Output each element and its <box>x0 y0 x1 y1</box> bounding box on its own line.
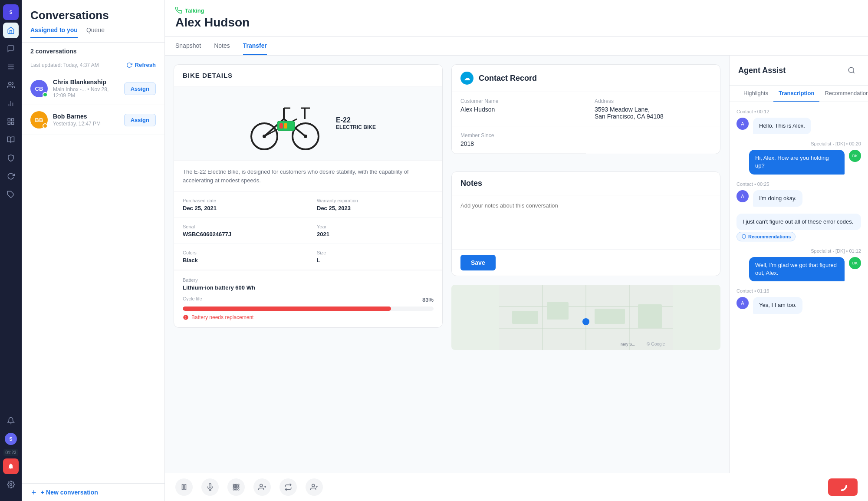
swap-button[interactable] <box>279 478 297 496</box>
nav-notification[interactable] <box>3 413 19 428</box>
pause-button[interactable] <box>175 478 193 496</box>
svg-text:© Google: © Google <box>647 342 665 346</box>
agent-assist-search-icon[interactable] <box>844 63 859 78</box>
keypad-icon <box>232 483 240 491</box>
msg-avatar-5: DK <box>849 257 861 269</box>
timer-display: 01:23 <box>3 449 18 456</box>
icon-nav: S <box>0 0 22 501</box>
refresh-button[interactable]: Refresh <box>126 62 156 68</box>
msg-group-1: Contact • 00:12 A Hello. This is Alex. <box>736 109 861 134</box>
notes-card: Notes Save <box>451 171 720 276</box>
svg-rect-43 <box>595 309 625 324</box>
battery-warning: Battery needs replacement <box>183 314 434 320</box>
aa-tab-highlights[interactable]: Highlights <box>738 86 773 102</box>
value-address: 3593 Meadow Lane, San Francisco, CA 9410… <box>595 106 711 120</box>
svg-text:S: S <box>10 10 13 15</box>
add-participant-button[interactable] <box>306 478 323 496</box>
tab-notes[interactable]: Notes <box>214 37 230 55</box>
svg-rect-54 <box>233 484 234 485</box>
assign-button-chris[interactable]: Assign <box>124 82 156 95</box>
end-call-button[interactable] <box>828 478 858 496</box>
last-updated-label: Last updated: Today, 4:37 AM <box>30 62 99 68</box>
notes-header: Notes <box>452 172 720 195</box>
msg-group-3: Contact • 00:25 A I'm doing okay. <box>736 181 861 207</box>
swap-icon <box>284 483 292 491</box>
top-bar: Talking Alex Hudson <box>165 0 868 37</box>
svg-rect-9 <box>8 119 10 121</box>
aa-tab-transcription[interactable]: Transcription <box>773 86 819 102</box>
conv-item-bob[interactable]: BB Bob Barnes Yesterday, 12:47 PM Assign <box>22 105 164 135</box>
label-address: Address <box>595 98 711 104</box>
agent-assist-header: Agent Assist <box>730 56 868 86</box>
left-content-area: BIKE DETAILS <box>165 56 729 473</box>
svg-point-45 <box>582 318 589 325</box>
conv-info-chris: Chris Blankenship Main Inbox -... • Nov … <box>53 79 119 99</box>
label-purchased-date: Purchased date <box>183 198 299 203</box>
svg-point-14 <box>10 484 12 486</box>
nav-contacts[interactable] <box>3 77 19 93</box>
msg-avatar-1: A <box>736 118 749 130</box>
bike-type: ELECTRIC BIKE <box>336 124 376 130</box>
map-view: © Google nery S... <box>451 285 720 350</box>
msg-row-2: Hi, Alex. How are you holding up? DK <box>736 150 861 174</box>
svg-text:nery S...: nery S... <box>621 342 635 346</box>
msg-bubble-2: Hi, Alex. How are you holding up? <box>749 150 845 174</box>
nav-refresh[interactable] <box>3 168 19 184</box>
assign-button-bob[interactable]: Assign <box>124 114 156 126</box>
contact-field-member-since: Member Since 2018 <box>452 126 586 154</box>
nav-reports[interactable] <box>3 114 19 129</box>
aa-tab-recommendations[interactable]: Recommendations <box>819 86 868 102</box>
save-button[interactable]: Save <box>460 255 496 270</box>
cycle-life-progress-fill <box>183 307 391 311</box>
sidebar: Conversations Assigned to you Queue 2 co… <box>22 0 165 501</box>
detail-size: Size L <box>308 244 442 270</box>
svg-rect-56 <box>238 484 239 485</box>
msg-meta-3: Contact • 00:25 <box>736 181 861 187</box>
cycle-life-progress-bar <box>183 307 434 311</box>
rec-icon <box>741 234 746 239</box>
tab-snapshot[interactable]: Snapshot <box>175 37 201 55</box>
nav-tag[interactable] <box>3 187 19 202</box>
toolbar-icons <box>175 478 323 496</box>
conv-item-chris[interactable]: CB Chris Blankenship Main Inbox -... • N… <box>22 73 164 105</box>
talking-label: Talking <box>185 7 204 14</box>
new-conversation-button[interactable]: + New conversation <box>30 489 156 496</box>
msg-row-3: A I'm doing okay. <box>736 190 861 207</box>
sidebar-tab-queue[interactable]: Queue <box>86 26 105 38</box>
nav-menu[interactable] <box>3 59 19 75</box>
nav-alert[interactable] <box>3 458 19 474</box>
keypad-button[interactable] <box>227 478 245 496</box>
nav-shield[interactable] <box>3 150 19 166</box>
svg-rect-55 <box>236 484 237 485</box>
bike-visual: E-22 ELECTRIC BIKE <box>174 86 442 161</box>
msg-meta-5: Specialist - [DK] • 01:12 <box>736 248 861 254</box>
nav-knowledge[interactable] <box>3 132 19 148</box>
agent-assist-title: Agent Assist <box>738 66 786 75</box>
battery-label: Battery <box>183 277 434 283</box>
bike-card-header: BIKE DETAILS <box>174 65 442 86</box>
nav-home[interactable] <box>3 23 19 38</box>
mute-button[interactable] <box>201 478 219 496</box>
notes-textarea[interactable] <box>452 195 720 247</box>
nav-user[interactable]: S <box>3 431 19 447</box>
sidebar-bottom: + New conversation <box>22 483 164 501</box>
right-column: ☁ Contact Record Customer Name Alex Huds… <box>451 64 720 350</box>
svg-rect-31 <box>288 123 292 129</box>
nav-chat[interactable] <box>3 41 19 56</box>
sidebar-tabs: Assigned to you Queue <box>22 26 164 43</box>
contact-record-row-2: Member Since 2018 <box>452 126 720 154</box>
recommendations-chip[interactable]: Recommendations <box>736 232 796 241</box>
transfer-call-button[interactable] <box>253 478 271 496</box>
msg-bubble-4: I just can't figure out all of these err… <box>736 214 861 230</box>
nav-analytics[interactable] <box>3 96 19 111</box>
contact-field-name: Customer Name Alex Hudson <box>452 92 586 126</box>
svg-rect-59 <box>238 487 239 488</box>
conv-name-bob: Bob Barnes <box>53 113 119 120</box>
nav-settings[interactable] <box>3 477 19 492</box>
avatar-chris: CB <box>30 80 48 97</box>
msg-group-2: Specialist - [DK] • 00:20 Hi, Alex. How … <box>736 141 861 174</box>
conv-meta-bob: Yesterday, 12:47 PM <box>53 121 119 127</box>
tab-transfer[interactable]: Transfer <box>243 37 267 55</box>
value-size: L <box>317 257 434 264</box>
sidebar-tab-assigned[interactable]: Assigned to you <box>30 26 78 38</box>
